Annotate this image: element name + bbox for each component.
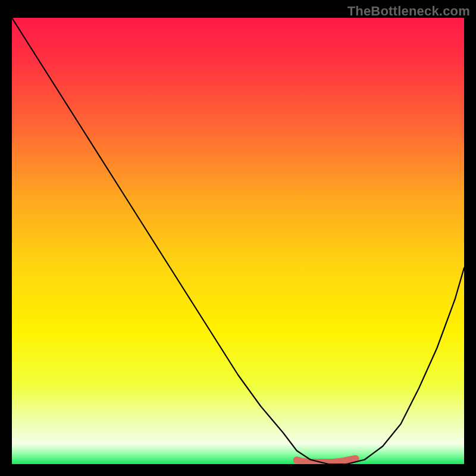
chart-svg bbox=[12, 18, 464, 464]
chart-frame: TheBottleneck.com bbox=[0, 0, 476, 476]
chart-plot-area bbox=[12, 18, 464, 464]
svg-rect-0 bbox=[12, 18, 464, 464]
watermark-text: TheBottleneck.com bbox=[347, 4, 470, 19]
